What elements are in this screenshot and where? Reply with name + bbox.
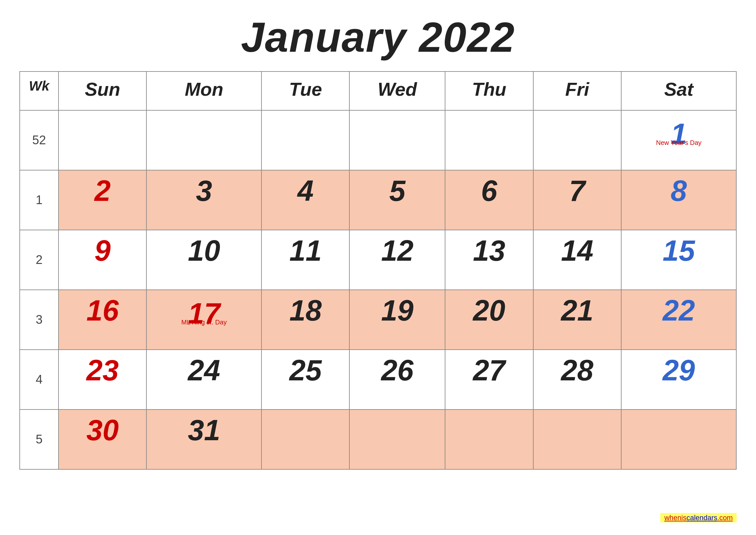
day-cell-w0-d1	[147, 110, 261, 170]
watermark[interactable]: wheniscalendars.com	[660, 514, 737, 522]
day-cell-w1-d2: 4	[261, 170, 349, 230]
day-number: 24	[188, 354, 220, 386]
day-number: 20	[473, 294, 505, 327]
week-row-3: 31617ML King Jr. Day1819202122	[20, 290, 736, 350]
day-cell-w1-d1: 3	[147, 170, 261, 230]
thu-header: Thu	[445, 71, 533, 110]
day-number: 6	[481, 175, 497, 207]
day-number: 19	[381, 294, 413, 327]
page-title: January 2022	[241, 13, 515, 62]
calendar-table: Wk Sun Mon Tue Wed Thu Fri Sat 521New Ye…	[19, 71, 737, 470]
day-cell-w1-d3: 5	[349, 170, 445, 230]
week-num-4: 4	[20, 350, 59, 409]
day-number: 13	[473, 235, 505, 267]
day-number: 27	[473, 354, 505, 386]
day-number: 30	[86, 414, 119, 446]
week-row-1: 12345678	[20, 170, 736, 230]
day-number: 11	[289, 235, 322, 267]
day-number: 25	[289, 354, 322, 386]
day-cell-w2-d5: 14	[533, 230, 621, 290]
day-cell-w5-d5	[533, 409, 621, 469]
day-cell-w0-d5	[533, 110, 621, 170]
day-cell-w2-d4: 13	[445, 230, 533, 290]
day-cell-w0-d6: 1New Year's Day	[621, 110, 736, 170]
day-number: 10	[188, 235, 220, 267]
day-cell-w4-d5: 28	[533, 350, 621, 409]
day-cell-w1-d0: 2	[59, 170, 147, 230]
day-cell-w3-d2: 18	[261, 290, 349, 350]
day-number: 15	[662, 235, 695, 267]
day-cell-w4-d0: 23	[59, 350, 147, 409]
header-row: Wk Sun Mon Tue Wed Thu Fri Sat	[20, 71, 736, 110]
day-cell-w3-d6: 22	[621, 290, 736, 350]
fri-header: Fri	[533, 71, 621, 110]
holiday-label: ML King Jr. Day	[151, 318, 256, 326]
day-cell-w4-d6: 29	[621, 350, 736, 409]
day-cell-w0-d3	[349, 110, 445, 170]
day-cell-w3-d4: 20	[445, 290, 533, 350]
day-number: 14	[561, 235, 593, 267]
day-cell-w5-d4	[445, 409, 533, 469]
day-cell-w2-d0: 9	[59, 230, 147, 290]
day-cell-w2-d3: 12	[349, 230, 445, 290]
day-cell-w4-d2: 25	[261, 350, 349, 409]
sat-header: Sat	[621, 71, 736, 110]
day-cell-w5-d0: 30	[59, 409, 147, 469]
day-number: 26	[381, 354, 413, 386]
day-number: 28	[561, 354, 593, 386]
day-number: 5	[389, 175, 405, 207]
day-number: 8	[671, 175, 687, 207]
day-number: 12	[381, 235, 413, 267]
week-num-3: 3	[20, 290, 59, 350]
mon-header: Mon	[147, 71, 261, 110]
day-number: 21	[561, 294, 593, 327]
day-cell-w1-d4: 6	[445, 170, 533, 230]
week-num-0: 52	[20, 110, 59, 170]
week-row-0: 521New Year's Day	[20, 110, 736, 170]
day-cell-w3-d0: 16	[59, 290, 147, 350]
day-cell-w5-d6	[621, 409, 736, 469]
day-number: 18	[289, 294, 322, 327]
day-cell-w2-d6: 15	[621, 230, 736, 290]
day-cell-w5-d1: 31	[147, 409, 261, 469]
day-number: 16	[86, 294, 119, 327]
day-cell-w3-d1: 17ML King Jr. Day	[147, 290, 261, 350]
day-cell-w1-d6: 8	[621, 170, 736, 230]
day-number: 2	[94, 175, 111, 207]
week-num-2: 2	[20, 230, 59, 290]
day-cell-w4-d1: 24	[147, 350, 261, 409]
week-row-2: 29101112131415	[20, 230, 736, 290]
day-cell-w0-d2	[261, 110, 349, 170]
day-cell-w4-d4: 27	[445, 350, 533, 409]
day-number: 23	[86, 354, 119, 386]
day-number: 3	[196, 175, 212, 207]
day-number: 31	[188, 414, 220, 446]
watermark-link[interactable]: wheniscalendars.com	[660, 513, 737, 522]
day-number: 7	[569, 175, 585, 207]
day-cell-w2-d1: 10	[147, 230, 261, 290]
day-cell-w2-d2: 11	[261, 230, 349, 290]
sun-header: Sun	[59, 71, 147, 110]
day-number: 29	[662, 354, 695, 386]
day-cell-w1-d5: 7	[533, 170, 621, 230]
week-num-5: 5	[20, 409, 59, 469]
day-cell-w3-d5: 21	[533, 290, 621, 350]
week-row-5: 53031	[20, 409, 736, 469]
tue-header: Tue	[261, 71, 349, 110]
day-cell-w3-d3: 19	[349, 290, 445, 350]
calendar-body: 521New Year's Day12345678291011121314153…	[20, 110, 736, 469]
day-cell-w4-d3: 26	[349, 350, 445, 409]
day-cell-w0-d4	[445, 110, 533, 170]
day-cell-w5-d2	[261, 409, 349, 469]
week-row-4: 423242526272829	[20, 350, 736, 409]
holiday-label: New Year's Day	[626, 139, 731, 147]
day-number: 4	[297, 175, 313, 207]
day-cell-w5-d3	[349, 409, 445, 469]
day-cell-w0-d0	[59, 110, 147, 170]
wed-header: Wed	[349, 71, 445, 110]
week-num-1: 1	[20, 170, 59, 230]
day-number: 22	[662, 294, 695, 327]
wk-header: Wk	[20, 71, 59, 110]
day-number: 9	[94, 235, 111, 267]
